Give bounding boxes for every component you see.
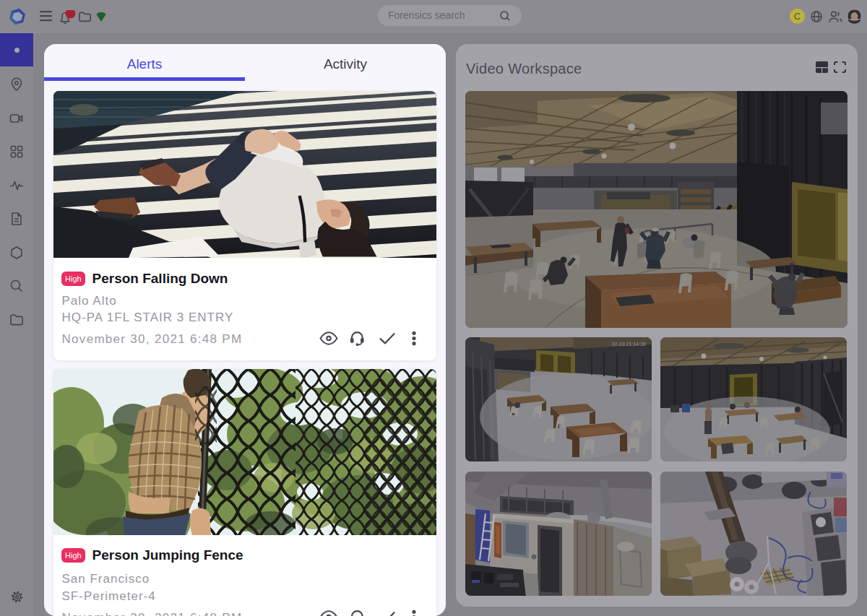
svg-text:07-19 21:14:39: 07-19 21:14:39 — [612, 342, 646, 347]
svg-text:4: 4 — [69, 10, 72, 17]
